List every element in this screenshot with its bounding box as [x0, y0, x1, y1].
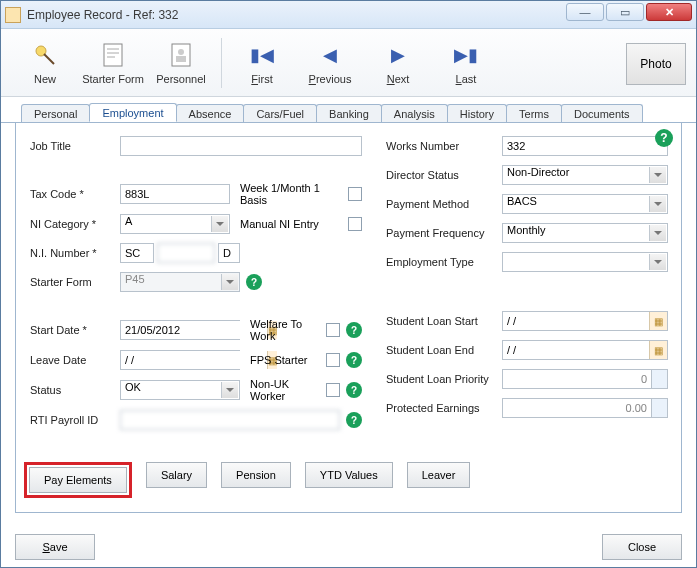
form-pane: ? Job Title Tax Code * Week 1/Month 1 Ba… — [15, 123, 682, 513]
svg-rect-8 — [176, 56, 186, 62]
rti-help-icon[interactable]: ? — [346, 412, 362, 428]
toolbar: New Starter Form Personnel ▮◀ First ◀ Pr… — [1, 29, 696, 97]
calendar-icon[interactable]: ▦ — [649, 312, 667, 330]
minimize-button[interactable]: — — [566, 3, 604, 21]
right-column: Works Number Director Status Non-Directo… — [380, 135, 668, 435]
welfare-help-icon[interactable]: ? — [346, 322, 362, 338]
director-select[interactable]: Non-Director — [502, 165, 668, 185]
ni-prefix-input[interactable] — [120, 243, 154, 263]
works-no-input[interactable] — [502, 136, 668, 156]
loan-start-label: Student Loan Start — [380, 315, 502, 327]
calendar-icon[interactable]: ▦ — [649, 341, 667, 359]
button-row: Pay Elements Salary Pension YTD Values L… — [30, 462, 470, 498]
footer: Save Close — [1, 527, 696, 567]
close-window-button[interactable]: ✕ — [646, 3, 692, 21]
salary-button[interactable]: Salary — [146, 462, 207, 488]
loan-priority-label: Student Loan Priority — [380, 373, 502, 385]
maximize-button[interactable]: ▭ — [606, 3, 644, 21]
job-title-input[interactable] — [120, 136, 362, 156]
ni-category-select[interactable]: A — [120, 214, 230, 234]
director-label: Director Status — [380, 169, 502, 181]
welfare-label: Welfare To Work — [240, 318, 326, 342]
job-title-label: Job Title — [30, 140, 120, 152]
app-icon — [5, 7, 21, 23]
ytd-button[interactable]: YTD Values — [305, 462, 393, 488]
works-no-label: Works Number — [380, 140, 502, 152]
week1-checkbox[interactable] — [348, 187, 362, 201]
pay-freq-label: Payment Frequency — [380, 227, 502, 239]
welfare-checkbox[interactable] — [326, 323, 340, 337]
manual-ni-label: Manual NI Entry — [240, 218, 348, 230]
pay-method-label: Payment Method — [380, 198, 502, 210]
tab-documents[interactable]: Documents — [561, 104, 643, 122]
nonuk-label: Non-UK Worker — [240, 378, 326, 402]
prev-icon: ◀ — [316, 41, 344, 69]
loan-priority-input[interactable] — [502, 369, 652, 389]
tab-analysis[interactable]: Analysis — [381, 104, 448, 122]
leaver-button[interactable]: Leaver — [407, 462, 471, 488]
titlebar[interactable]: Employee Record - Ref: 332 — ▭ ✕ — [1, 1, 696, 29]
loan-end-field[interactable]: ▦ — [502, 340, 668, 360]
fps-checkbox[interactable] — [326, 353, 340, 367]
fps-label: FPS Starter — [240, 354, 326, 366]
help-icon[interactable]: ? — [655, 129, 673, 147]
manual-ni-checkbox[interactable] — [348, 217, 362, 231]
toolbar-previous[interactable]: ◀ Previous — [296, 41, 364, 85]
nonuk-help-icon[interactable]: ? — [346, 382, 362, 398]
loan-start-input[interactable] — [503, 312, 649, 330]
tab-cars-fuel[interactable]: Cars/Fuel — [243, 104, 317, 122]
loan-start-field[interactable]: ▦ — [502, 311, 668, 331]
tab-banking[interactable]: Banking — [316, 104, 382, 122]
pension-button[interactable]: Pension — [221, 462, 291, 488]
starter-form-help-icon[interactable]: ? — [246, 274, 262, 290]
tab-personal[interactable]: Personal — [21, 104, 90, 122]
leave-date-field[interactable]: ▦ — [120, 350, 240, 370]
nonuk-checkbox[interactable] — [326, 383, 340, 397]
wand-icon — [31, 41, 59, 69]
tabs: Personal Employment Absence Cars/Fuel Ba… — [1, 101, 696, 123]
pay-method-select[interactable]: BACS — [502, 194, 668, 214]
fps-help-icon[interactable]: ? — [346, 352, 362, 368]
tab-terms[interactable]: Terms — [506, 104, 562, 122]
close-button[interactable]: Close — [602, 534, 682, 560]
save-button[interactable]: Save — [15, 534, 95, 560]
status-label: Status — [30, 384, 120, 396]
rti-input[interactable] — [120, 410, 340, 430]
toolbar-next[interactable]: ▶ Next — [364, 41, 432, 85]
starter-form-select[interactable]: P45 — [120, 272, 240, 292]
pay-freq-select[interactable]: Monthly — [502, 223, 668, 243]
toolbar-new[interactable]: New — [11, 41, 79, 85]
toolbar-personnel[interactable]: Personnel — [147, 41, 215, 85]
ni-mid-input[interactable] — [157, 243, 215, 263]
pay-elements-button[interactable]: Pay Elements — [29, 467, 127, 493]
calc-icon[interactable] — [652, 398, 668, 418]
toolbar-first[interactable]: ▮◀ First — [228, 41, 296, 85]
tab-absence[interactable]: Absence — [176, 104, 245, 122]
photo-button[interactable]: Photo — [626, 43, 686, 85]
next-icon: ▶ — [384, 41, 412, 69]
last-icon: ▶▮ — [452, 41, 480, 69]
toolbar-last[interactable]: ▶▮ Last — [432, 41, 500, 85]
tab-history[interactable]: History — [447, 104, 507, 122]
emp-type-select[interactable] — [502, 252, 668, 272]
starter-form-label: Starter Form — [30, 276, 120, 288]
tax-code-input[interactable] — [120, 184, 230, 204]
form-icon — [99, 41, 127, 69]
stepper-icon[interactable] — [652, 369, 668, 389]
first-icon: ▮◀ — [248, 41, 276, 69]
protected-input[interactable] — [502, 398, 652, 418]
week1-label: Week 1/Month 1 Basis — [240, 182, 348, 206]
toolbar-starter-form[interactable]: Starter Form — [79, 41, 147, 85]
start-date-label: Start Date * — [30, 324, 120, 336]
ni-number-label: N.I. Number * — [30, 247, 120, 259]
ni-suffix-input[interactable] — [218, 243, 240, 263]
loan-end-label: Student Loan End — [380, 344, 502, 356]
svg-line-1 — [44, 54, 54, 64]
svg-rect-2 — [104, 44, 122, 66]
window-frame: Employee Record - Ref: 332 — ▭ ✕ New Sta… — [0, 0, 697, 568]
emp-type-label: Employment Type — [380, 256, 502, 268]
start-date-field[interactable]: ▦ — [120, 320, 240, 340]
status-select[interactable]: OK — [120, 380, 240, 400]
tab-employment[interactable]: Employment — [89, 103, 176, 122]
loan-end-input[interactable] — [503, 341, 649, 359]
